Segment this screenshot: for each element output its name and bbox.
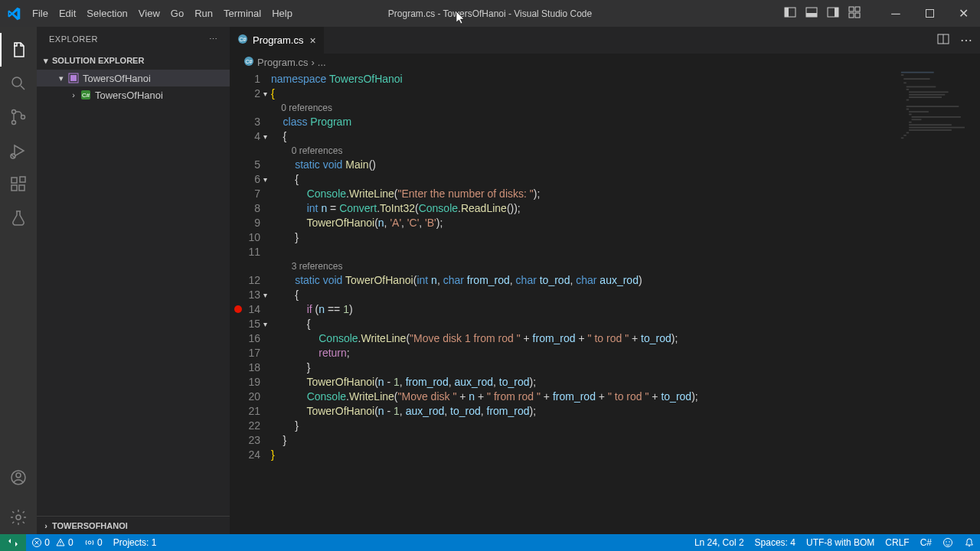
accounts-icon[interactable] — [0, 461, 37, 494]
layout-panel-icon[interactable] — [801, 6, 822, 21]
chevron-right-icon: › — [67, 90, 80, 99]
folding-gutter[interactable]: ▾▾▾▾▾ — [260, 72, 270, 462]
menu-edit[interactable]: Edit — [54, 8, 81, 19]
svg-point-65 — [944, 539, 952, 547]
status-errors[interactable]: 0 0 — [26, 534, 79, 551]
editor-tab[interactable]: C# Program.cs × — [230, 27, 325, 54]
svg-rect-40 — [906, 86, 936, 88]
svg-rect-52 — [909, 122, 911, 123]
status-projects[interactable]: Projects: 1 — [108, 534, 162, 551]
tree-item-project[interactable]: › C# TowersOfHanoi — [37, 86, 230, 103]
section-label: SOLUTION EXPLORER — [52, 56, 144, 65]
testing-icon[interactable] — [0, 201, 37, 235]
svg-rect-38 — [903, 78, 929, 80]
csharp-file-icon: C# — [243, 56, 254, 69]
breadcrumb[interactable]: C# Program.cs › ... — [230, 54, 980, 70]
sidebar-title-text: EXPLORER — [49, 34, 98, 44]
explorer-icon[interactable] — [0, 33, 37, 67]
solution-tree: ▾ TowersOfHanoi › C# TowersOfHanoi — [37, 70, 230, 103]
sidebar-more-icon[interactable]: ⋯ — [209, 34, 218, 44]
svg-rect-7 — [855, 7, 860, 11]
minimap[interactable] — [896, 70, 969, 162]
tab-close-icon[interactable]: × — [309, 34, 315, 47]
activity-bar — [0, 27, 37, 534]
source-control-icon[interactable] — [0, 100, 37, 134]
svg-rect-53 — [909, 124, 952, 126]
menu-help[interactable]: Help — [266, 8, 298, 19]
svg-rect-19 — [11, 178, 17, 183]
maximize-button[interactable] — [913, 0, 946, 27]
section-label: TOWERSOFHANOI — [52, 521, 128, 530]
menu-go[interactable]: Go — [165, 8, 189, 19]
status-feedback-icon[interactable] — [937, 534, 959, 551]
svg-rect-44 — [909, 96, 942, 98]
status-eol[interactable]: CRLF — [880, 534, 914, 551]
run-debug-icon[interactable] — [0, 134, 37, 168]
svg-rect-54 — [909, 127, 965, 129]
menu-terminal[interactable]: Terminal — [218, 8, 266, 19]
port-count: 0 — [97, 537, 103, 548]
csproj-file-icon: C# — [80, 89, 92, 101]
svg-rect-45 — [906, 99, 909, 101]
status-ports[interactable]: 0 — [79, 534, 108, 551]
status-indentation[interactable]: Spaces: 4 — [750, 534, 801, 551]
status-language[interactable]: C# — [915, 534, 937, 551]
menu-selection[interactable]: Selection — [81, 8, 132, 19]
code-content[interactable]: namespace TowersOfHanoi{ 0 references cl… — [271, 70, 980, 534]
status-cursor-position[interactable]: Ln 24, Col 2 — [689, 534, 750, 551]
svg-point-67 — [949, 541, 950, 543]
svg-rect-10 — [926, 10, 933, 18]
chevron-right-icon: › — [40, 521, 52, 530]
svg-marker-16 — [15, 145, 24, 156]
breadcrumb-separator: › — [311, 57, 314, 68]
svg-rect-56 — [906, 132, 909, 134]
status-encoding[interactable]: UTF-8 with BOM — [801, 534, 880, 551]
svg-rect-43 — [909, 94, 945, 96]
remote-indicator[interactable] — [0, 534, 26, 551]
minimize-button[interactable]: ─ — [879, 0, 913, 27]
menu-view[interactable]: View — [133, 8, 165, 19]
svg-point-15 — [21, 116, 25, 119]
svg-rect-39 — [903, 82, 906, 83]
svg-rect-49 — [909, 114, 911, 116]
status-notifications-icon[interactable] — [959, 534, 980, 551]
close-button[interactable]: ✕ — [946, 0, 980, 27]
svg-rect-3 — [806, 13, 817, 17]
sidebar-title: EXPLORER ⋯ — [37, 27, 230, 51]
tree-item-solution[interactable]: ▾ TowersOfHanoi — [37, 70, 230, 86]
warning-count: 0 — [68, 537, 74, 548]
svg-rect-20 — [11, 185, 17, 191]
svg-text:C#: C# — [246, 59, 253, 64]
svg-rect-37 — [901, 74, 903, 76]
svg-rect-55 — [909, 129, 952, 131]
svg-point-66 — [946, 541, 947, 543]
solution-explorer-section[interactable]: ▾ SOLUTION EXPLORER — [37, 51, 230, 70]
svg-line-12 — [21, 86, 24, 90]
svg-text:C#: C# — [82, 92, 90, 99]
extensions-icon[interactable] — [0, 168, 37, 201]
svg-rect-27 — [70, 75, 77, 81]
code-editor[interactable]: 123456789101112131415161718192021222324 … — [230, 70, 980, 534]
error-count: 0 — [44, 537, 50, 548]
breadcrumb-file: Program.cs — [257, 57, 308, 68]
search-icon[interactable] — [0, 67, 37, 100]
workspace-section[interactable]: › TOWERSOFHANOI — [37, 516, 230, 534]
more-actions-icon[interactable]: ⋯ — [960, 33, 972, 47]
window-title: Program.cs - TowersOfHanoi - Visual Stud… — [388, 8, 592, 19]
tab-label: Program.cs — [253, 34, 303, 46]
menu-run[interactable]: Run — [189, 8, 218, 19]
layout-customize-icon[interactable] — [844, 6, 865, 21]
svg-point-24 — [16, 473, 21, 478]
settings-gear-icon[interactable] — [0, 500, 37, 534]
svg-rect-47 — [906, 109, 909, 110]
layout-secondary-sidebar-icon[interactable] — [822, 6, 844, 21]
svg-rect-8 — [849, 13, 854, 18]
svg-rect-46 — [906, 106, 959, 107]
chevron-down-icon: ▾ — [55, 73, 67, 83]
layout-primary-sidebar-icon[interactable] — [779, 6, 801, 21]
menu-file[interactable]: File — [27, 8, 54, 19]
svg-rect-58 — [901, 137, 903, 139]
split-editor-icon[interactable] — [937, 33, 949, 48]
svg-point-64 — [88, 541, 91, 544]
editor-group: C# Program.cs × ⋯ C# Program.cs › ... 12… — [230, 27, 980, 534]
